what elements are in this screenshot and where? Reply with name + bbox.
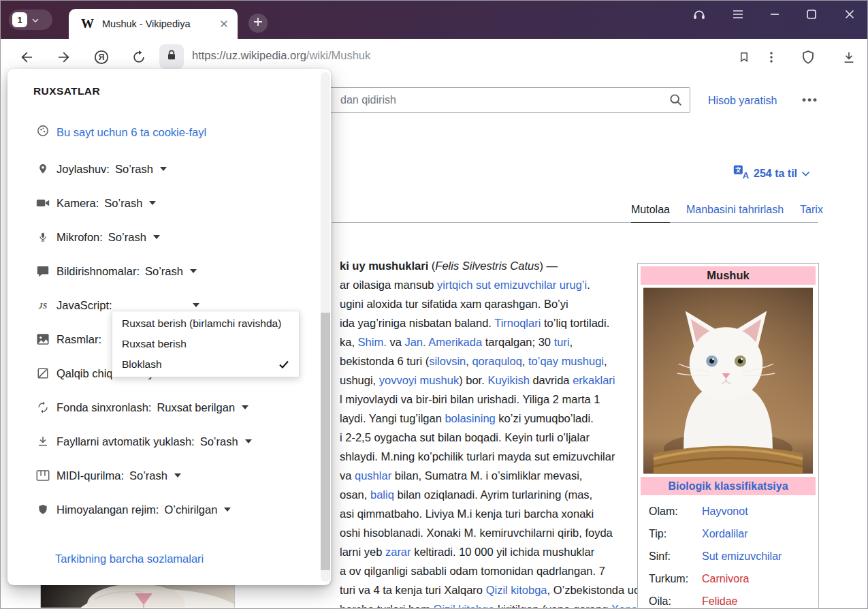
browser-tab[interactable]: W Mushuk - Vikipediya xyxy=(69,9,238,39)
headset-icon[interactable] xyxy=(691,6,707,22)
bookmark-icon[interactable] xyxy=(735,48,753,66)
search-icon[interactable] xyxy=(669,93,684,110)
permission-row-background-sync: Fonda sinxronlash:Ruxsat berilgan xyxy=(36,390,310,424)
wiki-link[interactable]: qoraquloq xyxy=(472,355,521,367)
create-account-link[interactable]: Hisob yaratish xyxy=(708,95,777,107)
wiki-link[interactable]: yovvoyi mushuk xyxy=(379,374,459,386)
new-tab-button[interactable] xyxy=(248,14,268,33)
active-tab-underline xyxy=(631,222,670,223)
wiki-link[interactable]: erkaklari xyxy=(573,374,615,386)
wiki-link[interactable]: Shim. xyxy=(358,336,387,348)
dropdown-caret-icon[interactable] xyxy=(242,405,248,409)
permission-value[interactable]: O’chirilgan xyxy=(164,503,217,516)
wiki-link[interactable]: Qizil kitobga xyxy=(434,603,495,608)
taxobox-label: Tip: xyxy=(649,528,702,540)
wiki-link[interactable]: baliq xyxy=(370,488,394,501)
forward-icon[interactable] xyxy=(55,48,73,66)
article-line: bekistonda 6 turi (silovsin, qoraquloq, … xyxy=(340,352,653,371)
svg-text:Я: Я xyxy=(99,52,105,62)
minimize-icon[interactable] xyxy=(767,6,783,22)
tab-manbasini-tahrirlash[interactable]: Manbasini tahrirlash xyxy=(686,204,784,216)
dropdown-caret-icon[interactable] xyxy=(153,235,160,239)
wiki-link[interactable]: to’qay mushugi xyxy=(528,355,604,367)
wiki-link[interactable]: Felidae xyxy=(702,595,816,608)
taxobox-row: Tip:Xordalilar xyxy=(649,522,816,545)
dropdown-item[interactable]: Ruxsat berish xyxy=(112,334,299,354)
wiki-link[interactable]: Sut emizuvchilar xyxy=(702,550,816,563)
reload-icon[interactable] xyxy=(130,48,148,66)
download-icon[interactable] xyxy=(840,48,858,66)
permission-label: Rasmlar: xyxy=(57,333,101,346)
wiki-link[interactable]: Xordalilar xyxy=(702,528,816,540)
permissions-panel-title: RUXSATLAR xyxy=(33,85,100,97)
dropdown-caret-icon[interactable] xyxy=(160,167,167,171)
wiki-link[interactable]: Hayvonot xyxy=(702,505,816,518)
kebab-menu-icon[interactable] xyxy=(762,48,780,66)
permission-value[interactable]: Ruxsat berilgan xyxy=(157,401,235,414)
site-permissions-lock-button[interactable] xyxy=(159,44,184,69)
address-bar[interactable]: https://uz.wikipedia.org/wiki/Mushuk xyxy=(192,49,370,62)
wiki-link[interactable]: silovsin xyxy=(429,355,466,367)
dropdown-caret-icon[interactable] xyxy=(224,507,231,512)
text-segment: va xyxy=(340,469,355,482)
text-segment: laydi. Yangi tug’ilgan xyxy=(340,412,445,424)
dropdown-caret-icon[interactable] xyxy=(193,303,199,307)
close-icon[interactable] xyxy=(841,6,858,22)
text-segment: a ov qilganligi sababli odam tomonidan q… xyxy=(340,565,605,577)
wiki-link[interactable]: zarar xyxy=(385,546,411,558)
more-options-menu[interactable]: ••• xyxy=(802,93,818,107)
wiki-link[interactable]: Carnivora xyxy=(702,573,816,585)
taxobox-label: Olam: xyxy=(649,505,702,518)
dropdown-item[interactable]: Bloklash xyxy=(112,354,299,375)
tab-close-icon[interactable] xyxy=(217,17,231,31)
dropdown-caret-icon[interactable] xyxy=(149,201,156,205)
permission-value[interactable]: So’rash xyxy=(200,435,238,448)
search-input[interactable] xyxy=(300,87,690,113)
article-line: shlaydi. M.ning ko’pchilik turlari mayda… xyxy=(340,447,653,466)
permission-value[interactable]: So’rash xyxy=(129,469,167,482)
wiki-link[interactable]: bolasining xyxy=(445,412,495,424)
wiki-link[interactable]: turi xyxy=(554,336,570,348)
wiki-link[interactable]: yirtqich sut emizuvchilar urug’i xyxy=(437,279,587,291)
tab-group-button[interactable]: 1 xyxy=(9,10,52,30)
panel-scrollbar-thumb[interactable] xyxy=(321,313,330,570)
text-segment: oshi hisoblanadi. Xonaki M. kemiruvchila… xyxy=(340,527,613,539)
article-line: turi va 4 ta kenja turi Xalqaro Qizil ki… xyxy=(340,580,653,599)
taxobox-title: Mushuk xyxy=(641,266,816,285)
permission-row-microphone: Mikrofon:So’rash xyxy=(36,220,310,254)
article-cat-thumbnail[interactable] xyxy=(40,584,235,608)
wiki-link[interactable]: Jan. Amerikada xyxy=(404,336,482,348)
menu-icon[interactable] xyxy=(730,6,746,22)
camera-icon xyxy=(36,198,50,208)
permission-row-notifications: Bildirishnomalar:So’rash xyxy=(36,254,310,288)
all-content-settings-link[interactable]: Tarkibning barcha sozlamalari xyxy=(55,552,204,565)
permission-value[interactable]: So’rash xyxy=(145,265,183,278)
text-segment: l miyovlaydi va bir-biri bilan urishadi.… xyxy=(340,393,600,405)
wiki-link[interactable]: qushlar xyxy=(355,469,391,482)
protect-shield-icon[interactable] xyxy=(799,48,817,66)
text-segment: i 2-2,5 oygacha sut bilan boqadi. Keyin … xyxy=(340,431,590,443)
text-segment: , xyxy=(522,355,528,367)
article-line: ar oilasiga mansub yirtqich sut emizuvch… xyxy=(340,275,653,294)
dropdown-caret-icon[interactable] xyxy=(174,473,181,478)
wiki-link[interactable]: Kuyikish xyxy=(487,374,529,386)
article-line: ki uy mushuklari (Felis Silvestris Catus… xyxy=(340,256,653,275)
dropdown-item[interactable]: Ruxsat berish (birlamchi ravishda) xyxy=(112,313,299,334)
dropdown-caret-icon[interactable] xyxy=(190,269,197,273)
permission-value[interactable]: So’rash xyxy=(104,197,142,210)
wikipedia-favicon: W xyxy=(81,16,94,31)
cookies-link[interactable]: Bu sayt uchun 6 ta cookie-fayl xyxy=(57,126,206,139)
kitten-photo[interactable] xyxy=(643,287,813,474)
maximize-icon[interactable] xyxy=(803,6,820,22)
language-selector-button[interactable]: A 254 ta til xyxy=(733,165,810,182)
back-icon[interactable] xyxy=(18,48,35,66)
permission-value[interactable]: So’rash xyxy=(115,163,153,176)
yandex-icon[interactable]: Я xyxy=(93,48,110,66)
wiki-link[interactable]: Tirnoqlari xyxy=(494,317,541,329)
permission-label: Fayllarni avtomatik yuklash: xyxy=(57,435,195,448)
wiki-link[interactable]: Qizil kitobga xyxy=(486,584,547,596)
dropdown-caret-icon[interactable] xyxy=(245,439,252,443)
tab-mutolaa[interactable]: Mutolaa xyxy=(631,204,670,216)
tab-tarix[interactable]: Tarix xyxy=(800,204,823,216)
permission-value[interactable]: So’rash xyxy=(108,231,146,244)
